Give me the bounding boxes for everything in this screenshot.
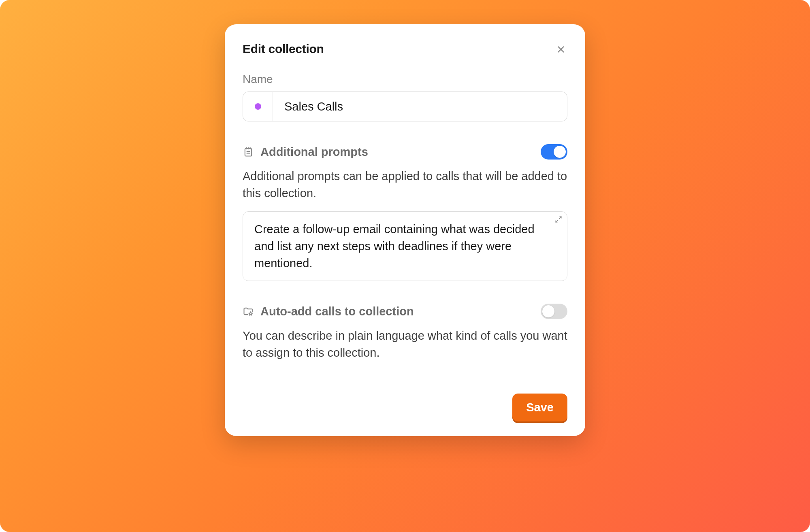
modal-footer: Save (243, 394, 567, 421)
auto-add-toggle[interactable] (541, 304, 567, 319)
svg-line-9 (556, 220, 558, 222)
edit-collection-modal: Edit collection Name (225, 24, 585, 436)
name-input-row (243, 92, 567, 121)
additional-prompts-section: Additional prompts Additional prompts ca… (243, 144, 567, 281)
toggle-knob (554, 146, 566, 158)
additional-prompts-toggle[interactable] (541, 144, 567, 160)
expand-icon (555, 216, 562, 223)
name-field: Name (243, 73, 567, 121)
svg-rect-2 (245, 149, 252, 156)
modal-header: Edit collection (243, 42, 567, 56)
name-label: Name (243, 73, 567, 86)
save-button[interactable]: Save (512, 394, 567, 421)
modal-title: Edit collection (243, 42, 324, 56)
close-icon (556, 45, 565, 54)
folder-star-icon (243, 306, 254, 317)
additional-prompts-description: Additional prompts can be applied to cal… (243, 168, 567, 202)
expand-handle[interactable] (555, 216, 562, 223)
auto-add-title: Auto-add calls to collection (260, 305, 414, 318)
additional-prompts-title: Additional prompts (260, 145, 368, 159)
app-backdrop: Edit collection Name (0, 0, 810, 532)
section-title-wrap: Additional prompts (243, 145, 368, 159)
prompt-textarea-wrap: Create a follow-up email containing what… (243, 211, 567, 281)
collection-name-input[interactable] (273, 92, 567, 121)
close-button[interactable] (554, 43, 567, 56)
auto-add-section: Auto-add calls to collection You can des… (243, 304, 567, 371)
toggle-knob (542, 305, 554, 317)
svg-line-8 (559, 217, 561, 219)
section-header: Additional prompts (243, 144, 567, 160)
prompt-textarea[interactable]: Create a follow-up email containing what… (254, 221, 556, 272)
color-dot-icon (255, 103, 261, 110)
notepad-icon (243, 146, 254, 157)
section-title-wrap: Auto-add calls to collection (243, 305, 414, 318)
color-picker-button[interactable] (243, 92, 273, 121)
section-header: Auto-add calls to collection (243, 304, 567, 319)
auto-add-description: You can describe in plain language what … (243, 327, 567, 361)
